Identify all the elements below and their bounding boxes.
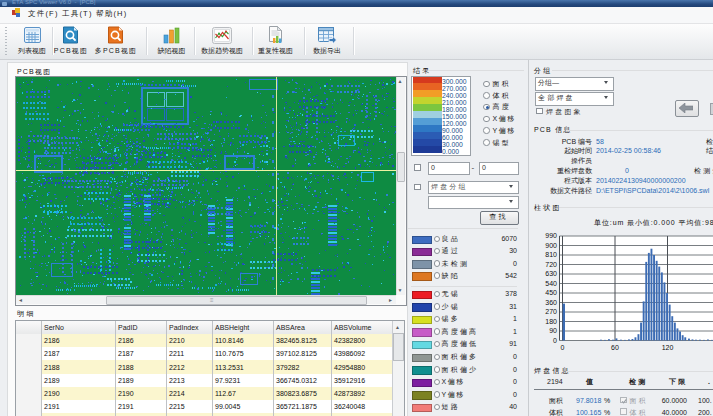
svg-text:90: 90 bbox=[549, 327, 557, 334]
svg-text:630: 630 bbox=[545, 270, 557, 277]
svg-text:60: 60 bbox=[611, 344, 619, 351]
svg-text:990: 990 bbox=[545, 232, 557, 239]
svg-text:0: 0 bbox=[553, 337, 557, 344]
svg-text:540: 540 bbox=[545, 280, 557, 287]
svg-text:720: 720 bbox=[545, 261, 557, 268]
svg-text:120: 120 bbox=[662, 344, 674, 351]
svg-text:360: 360 bbox=[545, 299, 557, 306]
svg-text:900: 900 bbox=[545, 242, 557, 249]
svg-text:0: 0 bbox=[561, 344, 565, 351]
svg-text:810: 810 bbox=[545, 251, 557, 258]
svg-text:180: 180 bbox=[545, 318, 557, 325]
svg-text:270: 270 bbox=[545, 308, 557, 315]
svg-text:450: 450 bbox=[545, 289, 557, 296]
